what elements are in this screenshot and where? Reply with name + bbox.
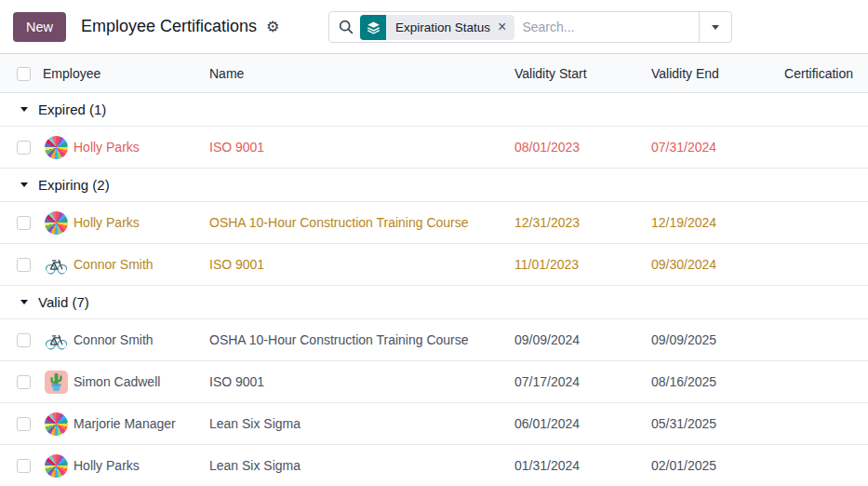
- employee-cell[interactable]: Marjorie Manager: [43, 412, 209, 436]
- group-label: Valid (7): [38, 294, 89, 310]
- certification-name-cell[interactable]: OSHA 10-Hour Construction Training Cours…: [209, 215, 514, 230]
- certification-name-cell[interactable]: ISO 9001: [209, 257, 514, 272]
- table-row[interactable]: Holly ParksLean Six Sigma01/31/202402/01…: [0, 445, 868, 486]
- bicycle-avatar: [45, 329, 68, 352]
- bicycle-avatar: [45, 253, 68, 277]
- employee-name: Holly Parks: [73, 458, 140, 473]
- search-dropdown-toggle[interactable]: [699, 12, 731, 42]
- facet-label: Expiration Status: [395, 20, 490, 34]
- row-checkbox[interactable]: [17, 141, 31, 155]
- row-checkbox[interactable]: [17, 216, 31, 230]
- page-title: Employee Certifications: [81, 17, 257, 36]
- row-checkbox-cell: [0, 416, 43, 432]
- employee-cell[interactable]: Holly Parks: [43, 211, 209, 235]
- validity-end-cell[interactable]: 08/16/2025: [651, 374, 775, 389]
- column-header-employee[interactable]: Employee: [43, 66, 209, 81]
- validity-end-cell[interactable]: 09/30/2024: [651, 257, 775, 272]
- row-checkbox[interactable]: [17, 333, 31, 347]
- employee-name: Holly Parks: [73, 140, 140, 155]
- row-checkbox-cell: [0, 257, 43, 273]
- employee-cell[interactable]: Connor Smith: [43, 329, 209, 352]
- validity-start-cell[interactable]: 07/17/2024: [514, 374, 651, 389]
- row-checkbox[interactable]: [17, 258, 31, 272]
- column-header-certification[interactable]: Certification: [775, 66, 868, 81]
- pinwheel-avatar: [45, 412, 68, 436]
- layers-icon: [360, 15, 386, 40]
- validity-start-cell[interactable]: 06/01/2024: [514, 416, 651, 431]
- close-icon[interactable]: [498, 20, 506, 34]
- caret-down-icon: [20, 182, 28, 187]
- validity-end-cell[interactable]: 07/31/2024: [651, 140, 775, 155]
- table-row[interactable]: Connor SmithOSHA 10-Hour Construction Tr…: [0, 319, 868, 361]
- table-header-row: Employee Name Validity Start Validity En…: [0, 54, 868, 93]
- new-button[interactable]: New: [13, 12, 66, 42]
- search-bar[interactable]: Expiration Status: [328, 11, 732, 43]
- validity-end-cell[interactable]: 12/19/2024: [651, 215, 775, 230]
- employee-name: Connor Smith: [73, 257, 154, 272]
- table-row[interactable]: Holly ParksISO 900108/01/202307/31/2024: [0, 127, 868, 169]
- validity-end-cell[interactable]: 05/31/2025: [651, 416, 775, 431]
- certification-name-cell[interactable]: ISO 9001: [209, 140, 514, 155]
- table-row[interactable]: Simon CadwellISO 900107/17/202408/16/202…: [0, 361, 868, 403]
- search-icon: [339, 20, 354, 34]
- validity-start-cell[interactable]: 01/31/2024: [514, 458, 651, 473]
- caret-down-icon: [20, 300, 28, 304]
- validity-start-cell[interactable]: 11/01/2023: [514, 257, 651, 272]
- certification-name-cell[interactable]: Lean Six Sigma: [209, 458, 514, 473]
- employee-cell[interactable]: Connor Smith: [43, 253, 209, 277]
- row-checkbox-cell: [0, 215, 43, 231]
- caret-down-icon: [20, 107, 28, 112]
- group-label: Expiring (2): [38, 177, 110, 193]
- employee-certifications-view: New Employee Certifications: [0, 0, 868, 486]
- employee-cell[interactable]: Simon Cadwell: [43, 371, 209, 394]
- row-checkbox[interactable]: [17, 417, 31, 431]
- validity-end-cell[interactable]: 02/01/2025: [651, 458, 775, 473]
- validity-start-cell[interactable]: 09/09/2024: [514, 332, 651, 347]
- gear-icon[interactable]: [266, 20, 279, 34]
- pinwheel-avatar: [45, 136, 68, 159]
- employee-cell[interactable]: Holly Parks: [43, 136, 209, 159]
- certifications-list: Employee Name Validity Start Validity En…: [0, 53, 868, 486]
- table-row[interactable]: Marjorie ManagerLean Six Sigma06/01/2024…: [0, 403, 868, 445]
- employee-name: Holly Parks: [73, 215, 140, 230]
- select-all-checkbox[interactable]: [17, 67, 31, 81]
- employee-cell[interactable]: Holly Parks: [43, 454, 209, 478]
- column-header-name[interactable]: Name: [209, 66, 514, 81]
- group-label: Expired (1): [38, 101, 106, 117]
- pinwheel-avatar: [45, 454, 68, 478]
- group-header-valid[interactable]: Valid (7): [0, 286, 868, 319]
- row-checkbox[interactable]: [17, 459, 31, 473]
- employee-name: Simon Cadwell: [73, 374, 160, 389]
- row-checkbox-cell: [0, 374, 43, 390]
- search-facet-expiration-status[interactable]: Expiration Status: [360, 15, 514, 40]
- facet-body: Expiration Status: [386, 15, 514, 40]
- validity-end-cell[interactable]: 09/09/2025: [651, 332, 775, 347]
- select-all-cell: [0, 65, 43, 82]
- row-checkbox-cell: [0, 140, 43, 155]
- cactus-avatar: [45, 371, 68, 394]
- table-row[interactable]: Connor SmithISO 900111/01/202309/30/2024: [0, 244, 868, 286]
- pinwheel-avatar: [45, 211, 68, 235]
- table-row[interactable]: Holly ParksOSHA 10-Hour Construction Tra…: [0, 202, 868, 244]
- group-header-expired[interactable]: Expired (1): [0, 93, 868, 127]
- control-panel: New Employee Certifications: [0, 0, 868, 53]
- certification-name-cell[interactable]: OSHA 10-Hour Construction Training Cours…: [209, 332, 514, 347]
- row-checkbox-cell: [0, 332, 43, 348]
- validity-start-cell[interactable]: 08/01/2023: [514, 140, 651, 155]
- search-input[interactable]: [514, 20, 699, 34]
- row-checkbox[interactable]: [17, 375, 31, 389]
- employee-name: Connor Smith: [73, 332, 154, 347]
- row-checkbox-cell: [0, 458, 43, 474]
- table-body: Expired (1)Holly ParksISO 900108/01/2023…: [0, 93, 868, 486]
- column-header-validity-end[interactable]: Validity End: [651, 66, 775, 81]
- column-header-validity-start[interactable]: Validity Start: [514, 66, 651, 81]
- certification-name-cell[interactable]: ISO 9001: [209, 374, 514, 389]
- certification-name-cell[interactable]: Lean Six Sigma: [209, 416, 514, 431]
- validity-start-cell[interactable]: 12/31/2023: [514, 215, 651, 230]
- group-header-expiring[interactable]: Expiring (2): [0, 169, 868, 202]
- employee-name: Marjorie Manager: [73, 416, 176, 431]
- caret-down-icon: [712, 25, 719, 30]
